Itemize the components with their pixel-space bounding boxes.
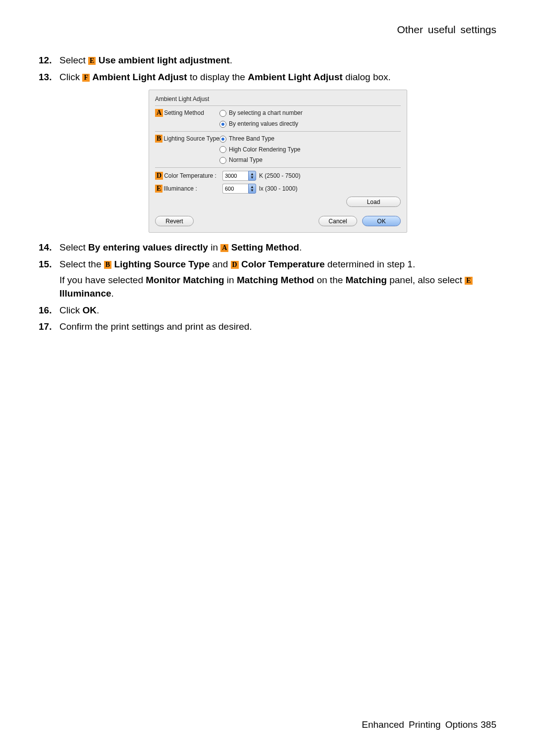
radio-icon[interactable] [219,157,226,164]
dialog-screenshot: Ambient Light Adjust A Setting Method By… [149,90,407,233]
step-number: 13. [39,70,52,84]
divider [155,167,401,168]
load-button[interactable]: Load [346,197,401,207]
radio-icon[interactable] [219,121,226,128]
bold-text: Use ambient light adjustment [99,55,230,65]
step-number: 12. [39,53,52,67]
callout-D: D [231,261,239,269]
illuminance-row: E Illuminance : ▲▼ lx (300 - 1000) [155,184,401,194]
callout-E: E [88,57,96,65]
step-text: Click F Ambient Light Adjust to display … [59,72,391,82]
callout-A: A [220,244,228,252]
step-text: Select the B Lighting Source Type and D … [59,259,415,269]
bold-text: Ambient Light Adjust [92,72,187,82]
page-section-header: Other useful settings [39,24,496,36]
callout-B: B [104,261,111,269]
bold-text: By entering values directly [88,242,208,252]
lighting-source-type-section: B Lighting Source Type Three Band TypeHi… [155,134,401,166]
divider [155,131,401,132]
step-text-cont: If you have selected Monitor Matching in… [59,273,496,301]
callout-E: E [465,277,472,285]
color-temperature-range: K (2500 - 7500) [259,172,300,180]
step-text: Click OK. [59,305,99,315]
bold-text: Illuminance [59,288,111,299]
bold-text: Matching [346,275,387,285]
step-number: 15. [39,257,52,271]
instruction-list: 12.Select E Use ambient light adjustment… [39,53,496,334]
divider [155,105,401,106]
callout-A: A [155,109,163,117]
bold-text: Ambient Light Adjust [248,72,342,82]
radio-label: Normal Type [229,156,263,164]
radio-option[interactable]: Three Band Type [219,135,401,143]
radio-option[interactable]: Normal Type [219,156,401,164]
step-15: 15.Select the B Lighting Source Type and… [39,257,496,301]
radio-icon[interactable] [219,146,226,153]
bold-text: Monitor Matching [146,275,224,285]
setting-method-section: A Setting Method By selecting a chart nu… [155,108,401,130]
step-12: 12.Select E Use ambient light adjustment… [39,53,496,67]
radio-label: Three Band Type [229,135,274,143]
dialog-title: Ambient Light Adjust [155,95,401,103]
step-number: 14. [39,241,52,254]
illuminance-label: Illuminance : [163,185,197,193]
color-temperature-label: Color Temperature : [164,172,216,180]
ambient-light-adjust-dialog: Ambient Light Adjust A Setting Method By… [149,90,407,233]
revert-button[interactable]: Revert [155,216,194,226]
callout-B: B [155,135,162,143]
cancel-button[interactable]: Cancel [319,216,357,226]
bold-text: Lighting Source Type [114,259,210,269]
radio-icon[interactable] [219,110,226,117]
radio-option[interactable]: High Color Rendering Type [219,146,401,154]
illuminance-input[interactable] [222,184,248,194]
radio-label: By entering values directly [229,120,298,128]
lighting-source-type-label: Lighting Source Type [163,135,219,143]
setting-method-label: Setting Method [164,109,204,117]
bold-text: Setting Method [231,242,299,252]
color-temperature-row: D Color Temperature : ▲▼ K (2500 - 7500) [155,171,401,181]
bold-text: OK [82,305,97,315]
step-text: Select By entering values directly in A … [59,242,302,252]
callout-E: E [155,185,162,193]
step-16: 16.Click OK. [39,303,496,317]
step-17: 17.Confirm the print settings and print … [39,320,496,334]
stepper-icon[interactable]: ▲▼ [248,171,256,181]
stepper-icon[interactable]: ▲▼ [248,184,256,194]
step-14: 14.Select By entering values directly in… [39,241,496,254]
illuminance-range: lx (300 - 1000) [259,185,297,193]
callout-F: F [82,74,90,82]
ok-button[interactable]: OK [362,216,401,226]
radio-option[interactable]: By entering values directly [219,120,401,128]
step-13: 13.Click F Ambient Light Adjust to displ… [39,70,496,233]
color-temperature-input[interactable] [222,171,248,181]
step-text: Confirm the print settings and print as … [59,321,252,332]
radio-label: High Color Rendering Type [229,146,301,154]
radio-option[interactable]: By selecting a chart number [219,109,401,117]
step-number: 17. [39,320,52,334]
footer-chapter: Enhanced Printing Options [362,719,478,730]
step-text: Select E Use ambient light adjustment. [59,55,232,65]
page-number: 385 [481,719,496,730]
callout-D: D [155,172,163,180]
bold-text: Matching Method [237,275,314,285]
step-number: 16. [39,303,52,317]
radio-label: By selecting a chart number [229,109,303,117]
page-footer: Enhanced Printing Options385 [362,719,496,730]
illuminance-stepper[interactable]: ▲▼ [222,184,256,194]
radio-icon[interactable] [219,136,226,143]
bold-text: Color Temperature [241,259,325,269]
color-temperature-stepper[interactable]: ▲▼ [222,171,256,181]
